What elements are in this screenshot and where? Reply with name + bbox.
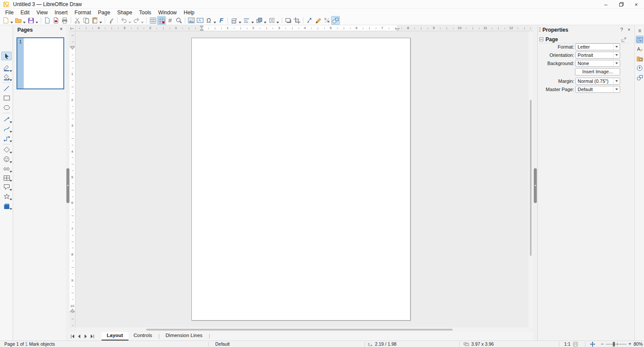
document-page[interactable] [191,38,411,321]
zoom-percent[interactable]: 80% [634,341,643,347]
restore-button[interactable] [614,0,629,9]
undo-dropdown[interactable] [128,22,131,23]
horizontal-scrollbar[interactable] [76,327,529,332]
align-objects-button[interactable] [242,16,251,25]
page-section-header[interactable]: Page [539,36,630,43]
redo-button[interactable] [132,16,141,25]
cut-button[interactable] [73,16,82,25]
transformations-dropdown[interactable] [239,22,241,23]
left-panel-splitter[interactable] [66,168,69,203]
vertical-scrollbar[interactable] [529,31,533,327]
zoom-out-button[interactable]: − [601,341,604,347]
panel-grip-icon[interactable] [539,27,541,33]
block-arrows-dropdown[interactable] [10,171,12,173]
format-dropdown[interactable]: Letter [575,43,620,50]
points-button[interactable] [305,16,314,25]
menu-shape[interactable]: Shape [114,9,136,16]
chevron-down-icon[interactable] [613,60,620,66]
transformations-button[interactable] [230,16,238,25]
export-button[interactable] [43,16,52,25]
page-style[interactable]: Default [215,341,230,347]
drawing-canvas[interactable] [76,31,529,327]
previous-page-button[interactable] [76,333,82,340]
align-dropdown[interactable] [251,22,254,23]
right-margin-marker-icon[interactable] [395,28,400,31]
toggle-extrusion-button[interactable] [322,16,331,25]
bottom-margin-marker-icon[interactable] [70,308,75,312]
menu-help[interactable]: Help [180,9,198,16]
flowchart-dropdown[interactable] [10,180,12,182]
undo-button[interactable] [119,16,128,25]
chevron-down-icon[interactable] [613,78,620,84]
chevron-down-icon[interactable] [613,86,620,92]
insert-fontwork-button[interactable]: F [217,16,226,25]
menu-edit[interactable]: Edit [17,9,33,16]
insert-special-character-button[interactable]: Ω [204,16,213,25]
collapse-section-icon[interactable] [539,37,543,41]
next-page-button[interactable] [82,333,89,340]
callout-shapes-tool[interactable] [1,183,12,191]
zoom-button[interactable] [174,16,183,25]
paste-dropdown[interactable] [99,22,102,23]
last-page-button[interactable] [89,333,95,340]
open-button[interactable] [14,16,23,25]
lines-and-arrows-tool[interactable] [1,115,12,124]
distribute-button[interactable] [267,16,276,25]
arrange-button[interactable] [255,16,263,25]
menu-tools[interactable]: Tools [136,9,155,16]
line-color-dropdown[interactable] [10,70,12,72]
save-dropdown[interactable] [36,22,38,23]
more-options-icon[interactable] [621,37,626,42]
redo-dropdown[interactable] [141,22,144,23]
symbol-shapes-tool[interactable] [1,155,12,164]
zoom-in-button[interactable]: + [628,341,631,347]
new-document-dropdown[interactable] [10,22,13,23]
ellipse-tool[interactable] [1,103,12,112]
snap-to-grid-button[interactable] [157,16,166,25]
first-page-button[interactable] [69,333,76,340]
zoom-ratio[interactable]: 1:1 [564,341,571,347]
line-color-tool[interactable] [1,64,12,72]
close-panel-icon[interactable]: × [626,26,632,33]
open-dropdown[interactable] [23,22,26,23]
crop-image-button[interactable] [292,16,301,25]
fill-color-tool[interactable] [1,73,12,82]
horizontal-ruler[interactable]: 4321123456789101112 [76,25,533,31]
glue-points-button[interactable] [314,16,322,25]
insert-text-box-button[interactable]: A [196,16,204,25]
insert-image-button[interactable]: Insert Image... [575,68,620,75]
rectangle-tool[interactable] [1,94,12,102]
curves-dropdown[interactable] [10,131,12,133]
copy-button[interactable] [82,16,90,25]
document-modified-icon[interactable] [573,342,578,347]
tab-shapes[interactable] [636,74,644,82]
3d-objects-tool[interactable] [1,202,12,210]
pages-panel-close-icon[interactable]: × [58,26,65,33]
tab-gallery[interactable] [636,55,644,62]
minimize-button[interactable]: – [598,0,614,9]
master-page-dropdown[interactable]: Default [575,86,620,93]
stars-and-banners-tool[interactable] [1,192,12,201]
zoom-slider-track[interactable] [606,344,627,344]
tab-layout[interactable]: Layout [102,332,128,340]
symbol-shapes-dropdown[interactable] [10,161,12,163]
stars-dropdown[interactable] [10,199,12,200]
menu-page[interactable]: Page [95,9,114,16]
margin-dropdown[interactable]: Normal (0.75") [575,78,620,85]
top-margin-marker-icon[interactable] [70,46,75,50]
orientation-dropdown[interactable]: Portrait [575,52,620,59]
lines-arrows-dropdown[interactable] [10,121,12,123]
close-button[interactable]: × [628,0,644,9]
distribute-dropdown[interactable] [276,22,279,23]
tab-navigator[interactable] [636,64,644,72]
tab-controls[interactable]: Controls [128,332,158,340]
tab-character[interactable]: A [636,45,644,53]
background-dropdown[interactable]: None [575,60,620,67]
callouts-dropdown[interactable] [10,189,12,191]
export-pdf-button[interactable] [52,16,60,25]
menu-file[interactable]: File [2,9,17,16]
tab-dimension-lines[interactable]: Dimension Lines [161,332,208,340]
chevron-down-icon[interactable] [613,52,620,58]
connectors-tool[interactable] [1,134,12,143]
menu-insert[interactable]: Insert [51,9,71,16]
